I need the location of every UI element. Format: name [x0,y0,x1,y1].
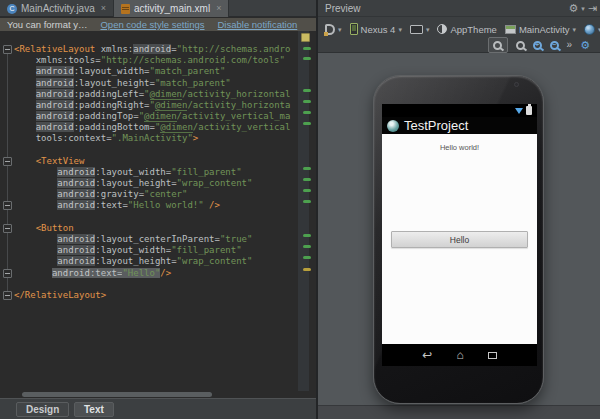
orientation-selector[interactable]: ▾ [408,24,432,35]
code-line[interactable]: android:gravity="center" [14,189,187,200]
hello-world-textview[interactable]: Hello world! [382,143,537,152]
change-marker [303,234,311,237]
fold-toggle-icon[interactable] [3,269,12,278]
editor-tab-bar: C MainActivity.java × activity_main.xml … [0,0,316,17]
tab-text[interactable]: Text [74,402,114,417]
change-marker [303,200,311,203]
change-marker [303,47,311,50]
zoom-in-icon[interactable] [533,41,542,50]
code-line[interactable]: android:text="Hello world!" /> [14,200,220,211]
chevron-down-icon: ▾ [426,26,430,33]
orientation-icon [410,25,423,34]
navigation-bar: ↩ ⌂ [382,344,537,366]
fold-guide-line [7,48,8,294]
code-line[interactable]: android:layout_width="fill_parent" [14,167,242,178]
theme-label: AppTheme [450,24,496,35]
fold-toggle-icon[interactable] [3,45,12,54]
code-line[interactable]: android:layout_centerInParent="true" [14,234,252,245]
code-line[interactable]: android:text="Hello"/> [14,268,171,279]
xml-file-icon [121,4,130,14]
change-marker [303,122,311,125]
activity-label: MainActivity [519,24,570,35]
chevron-down-icon[interactable]: ▾ [581,5,585,12]
camera-dot [514,82,519,87]
app-title: TestProject [404,118,468,133]
preview-bottom-strip [318,405,600,419]
change-marker [303,189,311,192]
battery-icon [526,106,532,115]
code-line[interactable]: android:paddingRight="@dimen/activity_ho… [14,100,290,111]
code-line[interactable]: android:paddingBottom="@dimen/activity_v… [14,122,290,133]
fold-toggle-icon[interactable] [3,224,12,233]
notification-bar: You can format y… Open code style settin… [0,18,316,31]
gear-icon[interactable]: ⚙ [568,3,578,14]
preview-title: Preview [325,0,361,17]
zoom-to-fit-button[interactable] [488,37,508,53]
open-code-style-settings-link[interactable]: Open code style settings [100,19,204,30]
zoom-fit-icon [493,41,502,50]
hello-button[interactable]: Hello [391,231,528,248]
editor-scrollbar-track[interactable] [298,31,309,391]
render-options-gear-icon[interactable]: ⚙ [580,40,590,51]
chevron-down-icon: ▾ [573,26,577,33]
tab-mainactivity-java[interactable]: C MainActivity.java × [0,0,114,17]
hscrollbar-thumb[interactable] [22,392,212,397]
preview-header: Preview ⚙ ▾ ⇥ [318,0,600,17]
close-icon[interactable]: × [101,4,106,13]
tab-design[interactable]: Design [16,402,69,417]
device-selector[interactable]: Nexus 4 ▾ [348,22,404,36]
code-line[interactable]: <TextView [14,156,84,167]
wifi-icon [515,108,523,114]
code-editor[interactable]: <RelativeLayout xmlns:android="http://sc… [0,31,316,391]
change-marker [303,167,311,170]
android-studio-window: C MainActivity.java × activity_main.xml … [0,0,600,419]
theme-icon [437,24,447,34]
code-line[interactable]: <Button [14,223,74,234]
layout-content[interactable]: Hello world! Hello [382,134,537,344]
java-class-icon: C [7,4,17,14]
preview-toolbar: ▾ Nexus 4 ▾ ▾ AppTheme MainActivit [318,18,600,53]
hide-panel-icon[interactable]: ⇥ [588,3,597,14]
change-marker [303,100,311,103]
close-icon[interactable]: × [216,4,221,13]
preview-canvas[interactable]: TestProject Hello world! Hello ↩ ⌂ [318,53,600,419]
activity-selector[interactable]: MainActivity ▾ [503,23,578,36]
fold-toggle-icon[interactable] [3,157,12,166]
zoom-actual-icon[interactable] [516,41,525,50]
code-line[interactable]: </RelativeLayout> [14,290,106,301]
globe-icon [584,24,595,35]
inspection-status-icon[interactable] [301,33,310,42]
activity-icon [505,25,516,34]
code-line[interactable]: xmlns:tools="http://schemas.android.com/… [14,55,285,66]
code-line[interactable]: <RelativeLayout xmlns:android="http://sc… [14,44,290,55]
configuration-selector[interactable]: ▾ [323,23,344,36]
theme-selector[interactable]: AppTheme [435,23,498,36]
code-line[interactable]: android:paddingLeft="@dimen/activity_hor… [14,89,290,100]
device-screen: TestProject Hello world! Hello ↩ ⌂ [382,104,537,366]
zoom-out-icon[interactable] [550,41,559,50]
code-line[interactable]: android:layout_height="match_parent" [14,78,231,89]
change-marker [303,111,311,114]
chevron-down-icon: ▾ [338,26,342,33]
overflow-chevron-icon[interactable]: » [567,40,573,50]
app-launcher-icon [387,120,399,132]
code-line[interactable]: android:layout_width="match_parent" [14,66,225,77]
recents-icon [488,352,497,359]
fold-toggle-icon[interactable] [3,291,12,300]
change-marker [303,245,311,248]
tab-activity-main-xml[interactable]: activity_main.xml × [114,0,229,17]
notification-message: You can format y… [7,19,87,30]
tab-label: activity_main.xml [134,3,210,14]
disable-notification-link[interactable]: Disable notification [218,19,298,30]
code-line[interactable]: tools:context=".MainActivity"> [14,133,198,144]
device-label: Nexus 4 [361,24,396,35]
fold-toggle-icon[interactable] [3,201,12,210]
locale-selector[interactable]: ▾ [582,23,600,36]
code-line[interactable]: android:layout_height="wrap_content" [14,178,252,189]
change-marker [303,178,311,181]
code-line[interactable]: android:layout_width="fill_parent" [14,245,242,256]
code-line[interactable]: android:layout_height="wrap_content" [14,256,252,267]
chevron-down-icon: ▾ [398,26,402,33]
code-line[interactable]: android:paddingTop="@dimen/activity_vert… [14,111,290,122]
editor-hscrollbar[interactable] [0,391,316,398]
